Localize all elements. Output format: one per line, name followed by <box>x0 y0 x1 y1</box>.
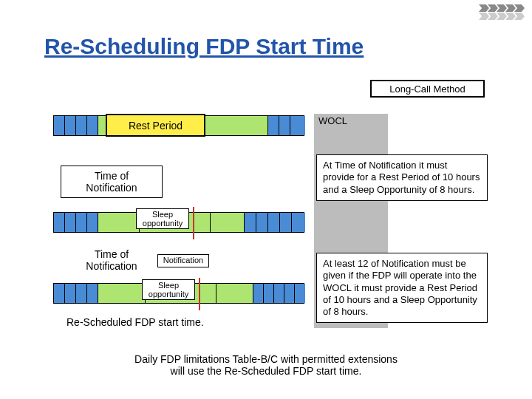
time-of-notification-2: Time of Notification <box>72 248 151 272</box>
footer-text: Daily FDP limitations Table-B/C with per… <box>0 353 532 377</box>
notification-box: Notification <box>157 254 209 267</box>
sleep-opportunity-1: Sleep opportunity <box>136 208 189 229</box>
page-title: Re-Scheduling FDP Start Time <box>44 34 364 59</box>
marker-line-1 <box>193 207 194 239</box>
sleep-opportunity-2: Sleep opportunity <box>142 279 195 300</box>
rescheduled-caption: Re-Scheduled FDP start time. <box>66 316 204 328</box>
wocl-label: WOCL <box>318 115 347 126</box>
rest-period-box: Rest Period <box>106 114 205 137</box>
marker-line-2 <box>199 278 200 310</box>
chevron-logo <box>479 4 523 20</box>
time-of-notification-1: Time of Notification <box>61 166 163 198</box>
info-box-2: At least 12 of Notification must be give… <box>316 253 488 323</box>
method-box: Long-Call Method <box>370 80 485 98</box>
info-box-1: At Time of Notification it must provide … <box>316 154 488 201</box>
